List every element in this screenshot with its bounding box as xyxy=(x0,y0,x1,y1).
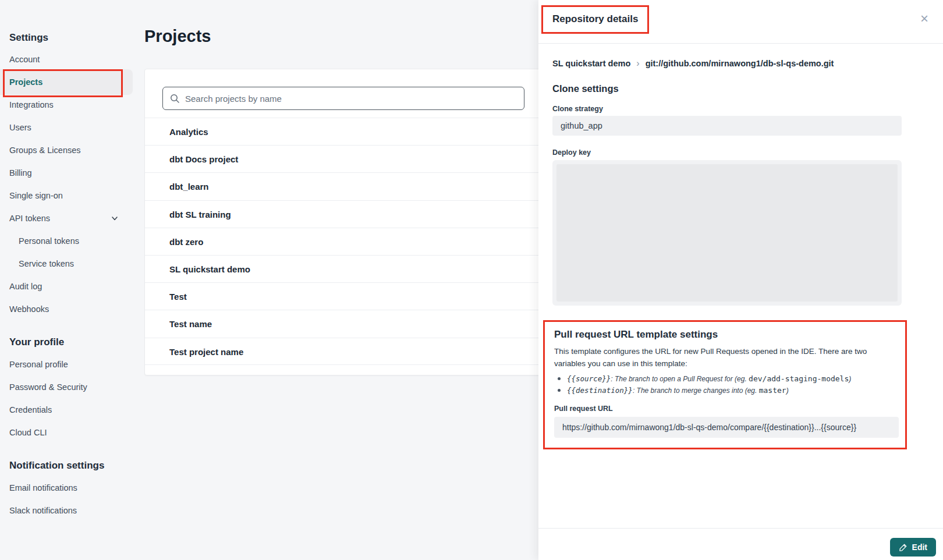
panel-footer: Edit xyxy=(538,528,943,560)
sidebar-heading-settings: Settings xyxy=(0,28,140,48)
sidebar-item-billing[interactable]: Billing xyxy=(0,161,140,184)
sidebar-item-account[interactable]: Account xyxy=(0,48,140,70)
sidebar-item-service-tokens[interactable]: Service tokens xyxy=(0,252,140,275)
sidebar-item-audit-log[interactable]: Audit log xyxy=(0,275,140,297)
project-row[interactable]: Analytics xyxy=(145,118,547,145)
annotation-box-repository-details: Repository details xyxy=(541,5,649,34)
deploy-key-label: Deploy key xyxy=(552,148,916,157)
panel-title: Repository details xyxy=(552,13,638,25)
pr-template-heading: Pull request URL template settings xyxy=(554,329,896,341)
deploy-key-redacted-value xyxy=(556,164,898,302)
sidebar-item-projects[interactable]: Projects xyxy=(0,69,133,95)
projects-card: Analytics dbt Docs project dbt_learn dbt… xyxy=(144,69,547,375)
pr-variable-source: {{source}}: The branch to open a Pull Re… xyxy=(554,373,896,384)
app-root: Settings Account Projects Integrations U… xyxy=(0,0,943,560)
breadcrumb: SL quickstart demo › git://github.com/mi… xyxy=(552,58,916,69)
sidebar-item-slack-notifications[interactable]: Slack notifications xyxy=(0,499,140,522)
search-input[interactable] xyxy=(185,94,517,104)
project-search[interactable] xyxy=(162,87,524,110)
settings-sidebar: Settings Account Projects Integrations U… xyxy=(0,0,140,560)
clone-strategy-value: github_app xyxy=(552,116,902,136)
panel-body: SL quickstart demo › git://github.com/mi… xyxy=(538,58,916,449)
sidebar-item-password-security[interactable]: Password & Security xyxy=(0,375,140,398)
project-row[interactable]: Test xyxy=(145,282,547,310)
project-row[interactable]: SL quickstart demo xyxy=(145,255,547,282)
annotation-box-pr-template-section: Pull request URL template settings This … xyxy=(543,320,907,449)
pr-template-description: This template configures the URL for new… xyxy=(554,345,899,370)
sidebar-item-email-notifications[interactable]: Email notifications xyxy=(0,476,140,499)
sidebar-item-groups-licenses[interactable]: Groups & Licenses xyxy=(0,139,140,161)
project-row[interactable]: Test project name xyxy=(145,338,547,365)
repository-details-panel: Repository details × SL quickstart demo … xyxy=(538,0,943,560)
breadcrumb-repo-url: git://github.com/mirnawong1/db-sl-qs-dem… xyxy=(646,59,834,68)
sidebar-item-api-tokens[interactable]: API tokens xyxy=(0,207,140,229)
page-title: Projects xyxy=(144,27,211,46)
edit-button[interactable]: Edit xyxy=(890,538,936,557)
project-row[interactable]: dbt SL training xyxy=(145,200,547,228)
pr-template-variables: {{source}}: The branch to open a Pull Re… xyxy=(554,373,896,396)
sidebar-heading-your-profile: Your profile xyxy=(0,332,140,353)
clone-settings-heading: Clone settings xyxy=(552,83,916,95)
deploy-key-field xyxy=(552,160,902,306)
pr-url-label: Pull request URL xyxy=(554,405,896,413)
project-row[interactable]: dbt Docs project xyxy=(145,145,547,172)
breadcrumb-chevron-icon: › xyxy=(636,58,639,69)
pr-variable-destination: {{destination}}: The branch to merge cha… xyxy=(554,384,896,396)
chevron-down-icon xyxy=(111,214,119,222)
clone-strategy-label: Clone strategy xyxy=(552,105,916,114)
pencil-icon xyxy=(899,543,907,552)
sidebar-item-cloud-cli[interactable]: Cloud CLI xyxy=(0,421,140,444)
sidebar-heading-notification-settings: Notification settings xyxy=(0,455,140,476)
pr-url-value: https://github.com/mirnawong1/db-sl-qs-d… xyxy=(554,417,899,438)
panel-header: Repository details × xyxy=(538,0,943,44)
sidebar-item-users[interactable]: Users xyxy=(0,116,140,139)
project-row[interactable]: dbt zero xyxy=(145,228,547,255)
project-row[interactable]: dbt_learn xyxy=(145,172,547,200)
sidebar-item-personal-profile[interactable]: Personal profile xyxy=(0,353,140,375)
sidebar-item-single-sign-on[interactable]: Single sign-on xyxy=(0,184,140,207)
project-row[interactable]: Test name xyxy=(145,310,547,337)
breadcrumb-project-name: SL quickstart demo xyxy=(552,59,630,68)
project-list: Analytics dbt Docs project dbt_learn dbt… xyxy=(145,118,547,365)
sidebar-item-personal-tokens[interactable]: Personal tokens xyxy=(0,229,140,252)
sidebar-item-integrations[interactable]: Integrations xyxy=(0,93,140,116)
close-icon[interactable]: × xyxy=(916,10,933,27)
search-icon xyxy=(170,94,180,104)
sidebar-item-credentials[interactable]: Credentials xyxy=(0,398,140,421)
sidebar-item-webhooks[interactable]: Webhooks xyxy=(0,297,140,320)
